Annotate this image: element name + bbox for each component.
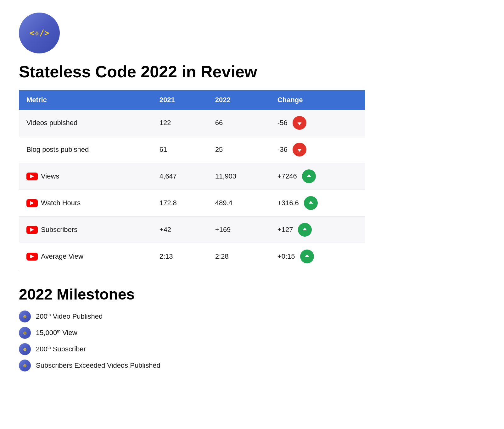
table-row: Watch Hours172.8489.4+316.6 xyxy=(19,190,365,217)
metric-label: Watch Hours xyxy=(41,199,81,207)
metric-cell: Watch Hours xyxy=(19,190,152,217)
milestone-icon: ⊕ xyxy=(19,311,31,322)
metric-label: Videos publshed xyxy=(26,119,77,127)
logo-circle: <⚛/> xyxy=(19,13,60,53)
milestone-icon: ⊕ xyxy=(19,360,31,371)
val-2022: +169 xyxy=(208,217,270,243)
val-2021: +42 xyxy=(152,217,208,243)
metric-label: Subscribers xyxy=(41,226,77,234)
milestone-text: 200th Subscriber xyxy=(36,345,86,353)
change-cell: +127 xyxy=(270,217,365,243)
table-header: Metric 2021 2022 Change xyxy=(19,90,365,110)
val-2022: 11,903 xyxy=(208,163,270,190)
val-2021: 61 xyxy=(152,136,208,163)
col-2021: 2021 xyxy=(152,90,208,110)
change-value: +7246 xyxy=(277,172,297,180)
col-metric: Metric xyxy=(19,90,152,110)
page-title: Stateless Code 2022 in Review xyxy=(19,63,485,81)
milestone-text: 15,000th View xyxy=(36,329,77,337)
milestone-icon: ⊕ xyxy=(19,327,31,339)
logo-text: <⚛/> xyxy=(30,29,49,38)
change-value: +127 xyxy=(277,226,293,234)
val-2021: 172.8 xyxy=(152,190,208,217)
logo-container: <⚛/> xyxy=(19,13,485,53)
metric-cell: Videos publshed xyxy=(19,110,152,136)
down-arrow-icon xyxy=(296,120,303,126)
metric-label: Views xyxy=(41,172,59,180)
youtube-icon xyxy=(26,173,38,180)
table-row: Views4,64711,903+7246 xyxy=(19,163,365,190)
milestone-icon-symbol: ⊕ xyxy=(23,330,26,336)
metric-label: Average View xyxy=(41,252,83,261)
down-arrow-icon xyxy=(296,146,303,153)
up-arrow-icon xyxy=(306,173,312,179)
up-arrow-badge xyxy=(298,223,312,237)
metric-label: Blog posts publshed xyxy=(26,146,89,154)
milestone-item: ⊕15,000th View xyxy=(19,327,485,339)
up-arrow-icon xyxy=(302,227,308,233)
val-2022: 489.4 xyxy=(208,190,270,217)
change-cell: +0:15 xyxy=(270,243,365,270)
milestone-item: ⊕200th Subscriber xyxy=(19,343,485,355)
metric-cell: Average View xyxy=(19,243,152,270)
val-2021: 4,647 xyxy=(152,163,208,190)
up-arrow-badge xyxy=(304,196,318,210)
milestone-list: ⊕200th Video Published⊕15,000th View⊕200… xyxy=(19,311,485,371)
val-2022: 2:28 xyxy=(208,243,270,270)
val-2021: 122 xyxy=(152,110,208,136)
up-arrow-badge xyxy=(302,169,316,183)
table-body: Videos publshed12266-56Blog posts publsh… xyxy=(19,110,365,270)
milestone-text: 200th Video Published xyxy=(36,312,103,321)
down-arrow-badge xyxy=(293,143,306,157)
youtube-icon xyxy=(26,226,38,234)
metrics-table: Metric 2021 2022 Change Videos publshed1… xyxy=(19,90,365,270)
table-row: Blog posts publshed6125-36 xyxy=(19,136,365,163)
val-2021: 2:13 xyxy=(152,243,208,270)
milestone-icon: ⊕ xyxy=(19,343,31,355)
table-row: Videos publshed12266-56 xyxy=(19,110,365,136)
up-arrow-icon xyxy=(304,253,310,260)
val-2022: 25 xyxy=(208,136,270,163)
change-cell: +316.6 xyxy=(270,190,365,217)
youtube-icon xyxy=(26,253,38,261)
table-row: Subscribers+42+169+127 xyxy=(19,217,365,243)
change-cell: -56 xyxy=(270,110,365,136)
milestone-item: ⊕200th Video Published xyxy=(19,311,485,322)
milestone-icon-symbol: ⊕ xyxy=(23,346,26,352)
change-value: -56 xyxy=(277,119,288,127)
col-change: Change xyxy=(270,90,365,110)
change-cell: +7246 xyxy=(270,163,365,190)
col-2022: 2022 xyxy=(208,90,270,110)
metric-cell: Views xyxy=(19,163,152,190)
header-row: Metric 2021 2022 Change xyxy=(19,90,365,110)
up-arrow-badge xyxy=(300,250,314,263)
milestone-item: ⊕Subscribers Exceeded Videos Published xyxy=(19,360,485,371)
change-value: +316.6 xyxy=(277,199,299,207)
change-cell: -36 xyxy=(270,136,365,163)
change-value: +0:15 xyxy=(277,252,295,261)
milestone-icon-symbol: ⊕ xyxy=(23,314,26,320)
metric-cell: Subscribers xyxy=(19,217,152,243)
up-arrow-icon xyxy=(308,200,314,206)
table-row: Average View2:132:28+0:15 xyxy=(19,243,365,270)
down-arrow-badge xyxy=(293,116,306,130)
change-value: -36 xyxy=(277,146,288,154)
milestones-title: 2022 Milestones xyxy=(19,286,485,303)
metric-cell: Blog posts publshed xyxy=(19,136,152,163)
val-2022: 66 xyxy=(208,110,270,136)
milestones-section: 2022 Milestones ⊕200th Video Published⊕1… xyxy=(19,286,485,371)
youtube-icon xyxy=(26,199,38,207)
milestone-text: Subscribers Exceeded Videos Published xyxy=(36,361,160,370)
milestone-icon-symbol: ⊕ xyxy=(23,363,26,369)
